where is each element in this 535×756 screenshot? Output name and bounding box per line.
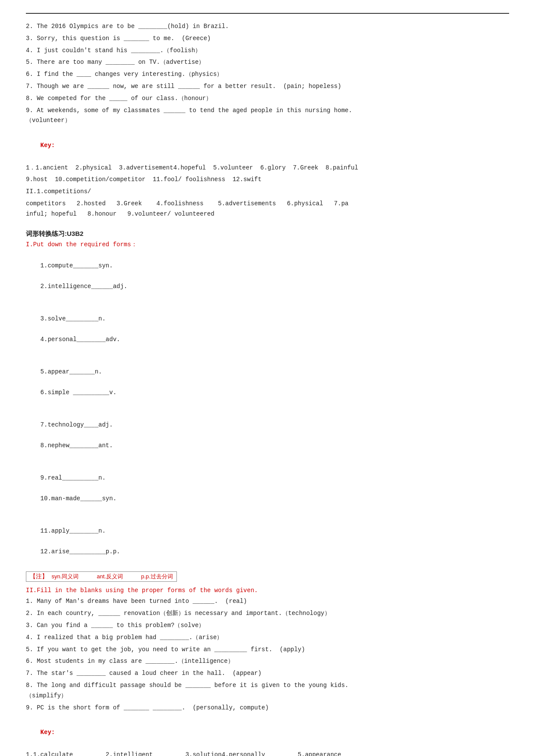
key1-label: Key: (26, 130, 509, 161)
key2-label: Key: (26, 717, 509, 748)
fill-line-9: 9. PC is the short form of _______ _____… (26, 703, 509, 713)
section1: 2. The 2016 Olympics are to be ________(… (26, 22, 509, 126)
key2-label-text: Key: (41, 729, 55, 736)
note-bracket-text: 【注】 (30, 573, 48, 580)
row4-left: 7.technology____adj. (41, 421, 113, 428)
row4: 7.technology____adj. 8.nephew________ant… (26, 410, 509, 461)
row1-right: 2.intelligence______adj. (41, 283, 128, 290)
key1-line1: 1．1.ancient 2.physical 3.advertisement4.… (26, 163, 509, 173)
line-2: 2. The 2016 Olympics are to be ________(… (26, 22, 509, 32)
row2-left: 3.solve_________n. (41, 315, 106, 322)
section2-instruction2: II.Fill in the blanks using the proper f… (26, 587, 509, 594)
fill-line-8: 8. The long and difficult passage should… (26, 681, 509, 701)
row3-right: 6.simple __________v. (41, 389, 116, 396)
row2-right: 4.personal________adv. (41, 336, 120, 343)
row1: 1.compute_______syn. 2.intelligence_____… (26, 251, 509, 302)
key1-line3: II.1.competitions/ (26, 187, 509, 197)
line-3: 3. Sorry, this question is _______ to me… (26, 34, 509, 44)
fill-line-7: 7. The star's ________ caused a loud che… (26, 668, 509, 679)
section2-instruction1: I.Put down the required forms： (26, 241, 509, 248)
key-section-2: Key: 1.1.calculate 2.intelligent 3.solut… (26, 717, 509, 756)
key2-line1: 1.1.calculate 2.intelligent 3.solution4.… (26, 750, 509, 756)
note-bracket: 【注】 syn.同义词 ant.反义词 p.p.过去分词 (26, 571, 177, 582)
line-9: 9. At weekends, some of my classmates __… (26, 106, 509, 126)
section2: 词形转换练习:U3B2 I.Put down the required form… (26, 230, 509, 713)
key1-label-text: Key: (41, 142, 55, 149)
row6: 11.apply________n. 12.arise__________p.p… (26, 516, 509, 567)
row1-left: 1.compute_______syn. (41, 262, 113, 269)
section2-title: 词形转换练习:U3B2 (26, 230, 509, 238)
row2: 3.solve_________n. 4.personal________adv… (26, 304, 509, 355)
key-section-1: Key: 1．1.ancient 2.physical 3.advertisem… (26, 130, 509, 219)
note-pp: p.p.过去分词 (141, 573, 173, 580)
row5-left: 9.real__________n. (41, 474, 106, 481)
fill-line-5: 5. If you want to get the job, you need … (26, 645, 509, 655)
fill-line-4: 4. I realized that a big problem had ___… (26, 633, 509, 643)
line-6: 6. I find the ____ changes very interest… (26, 69, 509, 80)
row6-right: 12.arise__________p.p. (41, 548, 120, 555)
note-ant: ant.反义词 (97, 573, 123, 580)
row4-right: 8.nephew________ant. (41, 442, 113, 449)
line-5: 5. There are too many ________ on TV.（ad… (26, 57, 509, 68)
row5: 9.real__________n. 10.man-made______syn. (26, 463, 509, 514)
fill-line-6: 6. Most students in my class are _______… (26, 656, 509, 667)
line-8: 8. We competed for the _____ of our clas… (26, 94, 509, 104)
key1-line4: competitors 2.hosted 3.Greek 4.foolishne… (26, 199, 509, 220)
key1-line2: 9.host 10.competition/competitor 11.fool… (26, 175, 509, 185)
row3-left: 5.appear_______n. (41, 368, 102, 375)
line-7: 7. Though we are ______ now, we are stil… (26, 82, 509, 92)
note-syn: syn.同义词 (51, 573, 79, 580)
fill-line-1: 1. Many of Man's dreams have been turned… (26, 596, 509, 607)
fill-line-3: 3. Can you find a ______ to this problem… (26, 621, 509, 631)
note-row: 【注】 syn.同义词 ant.反义词 p.p.过去分词 (26, 570, 509, 584)
row5-right: 10.man-made______syn. (41, 495, 116, 502)
fill-line-2: 2. In each country, ______ renovation（创新… (26, 609, 509, 619)
row3: 5.appear_______n. 6.simple __________v. (26, 357, 509, 408)
row6-left: 11.apply________n. (41, 527, 106, 534)
top-divider (26, 13, 509, 14)
line-4: 4. I just couldn't stand his ________.（f… (26, 46, 509, 56)
